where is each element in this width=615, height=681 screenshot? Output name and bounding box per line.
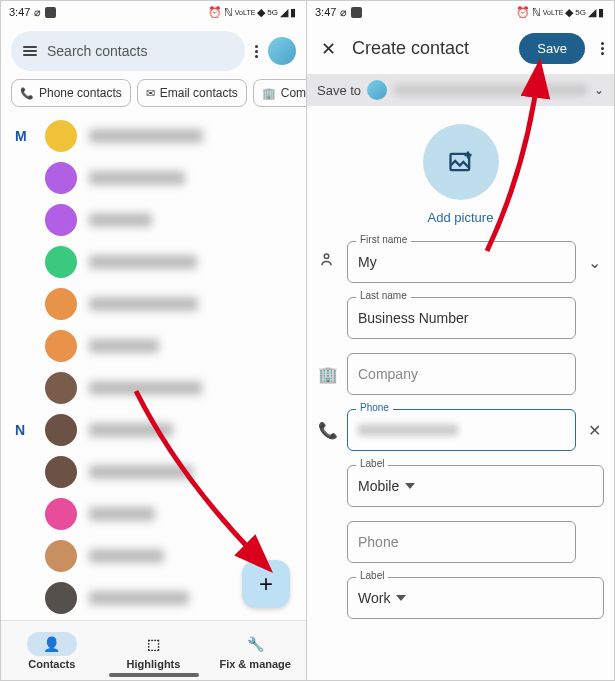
close-icon[interactable]: ✕ <box>317 34 340 64</box>
section-letter: M <box>15 128 27 144</box>
wifi-icon: ◆ <box>257 6 265 19</box>
contact-name-blurred <box>89 591 189 605</box>
account-avatar[interactable] <box>268 37 296 65</box>
contact-avatar <box>45 288 77 320</box>
contact-name-blurred <box>89 213 152 227</box>
contact-name-blurred <box>89 255 197 269</box>
voicemail-icon: ⌀ <box>340 6 347 19</box>
phone2-label-dropdown[interactable]: Label Work <box>347 577 604 619</box>
phone-value-blurred <box>358 424 458 436</box>
company-chip[interactable]: 🏢 Compan <box>253 79 306 107</box>
signal-icon: ◢ <box>280 6 288 19</box>
building-icon: 🏢 <box>317 365 339 384</box>
email-contacts-chip[interactable]: ✉ Email contacts <box>137 79 247 107</box>
nfc-icon: ℕ <box>224 6 233 19</box>
contact-form: First name My ⌄ . Last name Business Num… <box>307 231 614 619</box>
contact-row[interactable] <box>1 325 306 367</box>
phone-field[interactable]: Phone <box>347 409 576 451</box>
status-bar: 3:47 ⌀ ⏰ ℕ VoLTE ◆ 5G ◢ ▮ <box>307 1 614 23</box>
phone-contacts-chip[interactable]: 📞 Phone contacts <box>11 79 131 107</box>
contact-name-blurred <box>89 549 164 563</box>
phone-label-dropdown[interactable]: Label Mobile <box>347 465 604 507</box>
battery-icon: ▮ <box>290 6 296 19</box>
wrench-icon: 🔧 <box>247 636 264 652</box>
contact-row[interactable] <box>1 241 306 283</box>
contact-row[interactable]: N <box>1 409 306 451</box>
contact-name-blurred <box>89 171 185 185</box>
app-icon <box>351 7 362 18</box>
nav-highlights[interactable]: ⬚ Highlights <box>103 621 205 680</box>
section-letter: N <box>15 422 25 438</box>
contact-name-blurred <box>89 339 159 353</box>
battery-icon: ▮ <box>598 6 604 19</box>
person-icon: 👤 <box>43 636 60 652</box>
contact-row[interactable] <box>1 283 306 325</box>
wifi-icon: ◆ <box>565 6 573 19</box>
nav-fix-manage[interactable]: 🔧 Fix & manage <box>204 621 306 680</box>
contact-avatar <box>45 414 77 446</box>
volte-icon: VoLTE <box>543 9 564 16</box>
search-input[interactable]: Search contacts <box>11 31 245 71</box>
phone-icon: 📞 <box>20 87 34 100</box>
chevron-down-icon: ⌄ <box>594 83 604 97</box>
company-field[interactable]: Company <box>347 353 576 395</box>
save-button[interactable]: Save <box>519 33 585 64</box>
save-to-selector[interactable]: Save to ⌄ <box>307 74 614 106</box>
expand-name-icon[interactable]: ⌄ <box>584 253 604 272</box>
contact-avatar <box>45 330 77 362</box>
contact-avatar <box>45 204 77 236</box>
mail-icon: ✉ <box>146 87 155 100</box>
signal-icon: ◢ <box>588 6 596 19</box>
gesture-handle <box>109 673 199 677</box>
contact-row[interactable] <box>1 451 306 493</box>
save-to-label: Save to <box>317 83 361 98</box>
account-email-blurred <box>393 84 588 96</box>
filter-chips: 📞 Phone contacts ✉ Email contacts 🏢 Comp… <box>1 79 306 113</box>
contacts-list-screen: 3:47 ⌀ ⏰ ℕ VoLTE ◆ 5G ◢ ▮ Search contact… <box>1 1 307 680</box>
contact-avatar <box>45 246 77 278</box>
contact-row[interactable] <box>1 157 306 199</box>
nfc-icon: ℕ <box>532 6 541 19</box>
create-contact-screen: 3:47 ⌀ ⏰ ℕ VoLTE ◆ 5G ◢ ▮ ✕ Create conta… <box>307 1 614 680</box>
first-name-field[interactable]: First name My <box>347 241 576 283</box>
account-avatar-small <box>367 80 387 100</box>
network-icon: 5G <box>267 8 278 17</box>
nav-contacts[interactable]: 👤 Contacts <box>1 621 103 680</box>
page-title: Create contact <box>352 38 507 59</box>
alarm-icon: ⏰ <box>516 6 530 19</box>
contact-row[interactable] <box>1 493 306 535</box>
phone-icon: 📞 <box>317 421 339 440</box>
contact-name-blurred <box>89 129 203 143</box>
contacts-list[interactable]: MN <box>1 113 306 623</box>
overflow-menu-icon[interactable] <box>251 45 262 58</box>
building-icon: 🏢 <box>262 87 276 100</box>
phone2-field[interactable]: Phone <box>347 521 576 563</box>
contact-avatar <box>45 372 77 404</box>
add-picture-label: Add picture <box>428 210 494 225</box>
contact-avatar <box>45 120 77 152</box>
contact-name-blurred <box>89 297 198 311</box>
last-name-field[interactable]: Last name Business Number <box>347 297 576 339</box>
contact-row[interactable] <box>1 367 306 409</box>
add-image-icon <box>447 148 475 176</box>
volte-icon: VoLTE <box>235 9 256 16</box>
contact-name-blurred <box>89 423 173 437</box>
contact-avatar <box>45 540 77 572</box>
highlights-icon: ⬚ <box>147 636 160 652</box>
hamburger-icon[interactable] <box>23 46 37 56</box>
contact-avatar <box>45 456 77 488</box>
search-placeholder: Search contacts <box>47 43 147 59</box>
contact-row[interactable]: M <box>1 115 306 157</box>
contact-avatar <box>45 498 77 530</box>
svg-point-2 <box>324 254 329 259</box>
add-contact-fab[interactable]: + <box>242 560 290 608</box>
status-bar: 3:47 ⌀ ⏰ ℕ VoLTE ◆ 5G ◢ ▮ <box>1 1 306 23</box>
voicemail-icon: ⌀ <box>34 6 41 19</box>
add-picture-button[interactable] <box>423 124 499 200</box>
overflow-menu-icon[interactable] <box>597 42 608 55</box>
contact-name-blurred <box>89 465 193 479</box>
clear-phone-icon[interactable]: ✕ <box>584 421 604 440</box>
contact-row[interactable] <box>1 199 306 241</box>
status-time: 3:47 <box>9 6 30 18</box>
bottom-nav: 👤 Contacts ⬚ Highlights 🔧 Fix & manage <box>1 620 306 680</box>
